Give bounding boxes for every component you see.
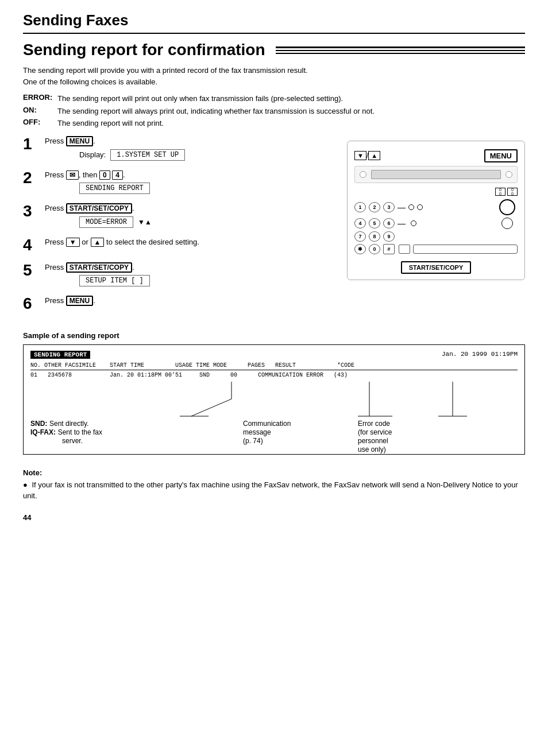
ann-snd: SND: Sent directly. IQ-FAX: Sent to the … <box>30 419 134 453</box>
step-4-number: 4 <box>23 236 45 253</box>
annotation-area: SND: Sent directly. IQ-FAX: Sent to the … <box>30 382 518 445</box>
four-key: 4 <box>112 170 123 180</box>
ann-snd-label: SND: <box>30 420 47 428</box>
step-5: 5 Press START/SET/COPY. SETUP ITEM [ ] <box>23 261 335 286</box>
circle-small-3 <box>411 220 416 226</box>
step-1-display-box: 1.SYSTEM SET UP <box>110 149 185 161</box>
step-3-text: Press START/SET/COPY. <box>45 202 335 215</box>
ann-snd-desc: Sent directly. <box>49 420 88 428</box>
sample-section: Sample of a sending report SENDING REPOR… <box>23 331 525 455</box>
long-button <box>413 245 518 254</box>
special-key-1 <box>399 245 410 254</box>
main-content: 1 Press MENU. Display: 1.SYSTEM SET UP 2… <box>23 135 525 320</box>
start-set-copy-key-5: START/SET/COPY <box>66 262 132 273</box>
step-5-text: Press START/SET/COPY. <box>45 261 335 274</box>
key-dash-1: — <box>398 203 406 212</box>
step-3: 3 Press START/SET/COPY. MODE=ERROR ▼▲ <box>23 202 335 228</box>
option-on-label: ON: <box>23 106 57 117</box>
step-1: 1 Press MENU. Display: 1.SYSTEM SET UP <box>23 135 335 161</box>
down-arrow-key: ▼ <box>66 238 80 247</box>
ann-iqfax-desc2: server. <box>62 437 83 445</box>
report-box: SENDING REPORT Jan. 20 1999 01:19PM NO. … <box>23 344 525 455</box>
va-arrows-3: ▼▲ <box>138 218 152 226</box>
svg-line-1 <box>191 399 231 416</box>
fax-lens <box>360 171 366 178</box>
key-star: ✱ <box>354 244 366 254</box>
up-arrow-key: ▲ <box>91 238 105 247</box>
big-knob <box>499 199 515 215</box>
key-9: 9 <box>383 231 395 242</box>
fax-top-row: ▼/▲ MENU <box>354 149 518 162</box>
fax-keypad: 1 2 3 — 4 5 6 — <box>354 199 518 254</box>
keypad-row-3: 7 8 9 <box>354 231 518 242</box>
report-cols-header: NO. OTHER FACSIMILE START TIME USAGE TIM… <box>30 362 518 370</box>
section-title: Sending report for confirmation <box>23 41 525 59</box>
section-title-decoration <box>276 46 525 54</box>
step-3-display-row: MODE=ERROR ▼▲ <box>79 216 335 228</box>
indicator-1: 00 <box>495 188 505 196</box>
keypad-row-4: ✱ 0 # <box>354 244 518 254</box>
fax-indicators: 00 00 <box>354 188 518 196</box>
key-5: 5 <box>369 218 380 228</box>
annotation-text-row: SND: Sent directly. IQ-FAX: Sent to the … <box>30 419 524 453</box>
report-date: Jan. 20 1999 01:19PM <box>442 351 518 358</box>
ann-error-desc2: personnel <box>358 437 388 445</box>
ann-comm: Communication message (p. 74) <box>243 419 341 453</box>
step-3-number: 3 <box>23 202 45 219</box>
option-on: ON: The sending report will always print… <box>23 106 525 117</box>
fax-screen-area <box>354 166 518 183</box>
ann-comm-page: (p. 74) <box>243 437 263 445</box>
ann-comm-label: Communication <box>243 420 291 428</box>
hash-key: ✉ <box>66 170 79 180</box>
step-3-display-box: MODE=ERROR <box>79 216 133 228</box>
option-off-desc: The sending report will not print. <box>57 118 164 129</box>
ann-comm-msg: message <box>243 428 271 436</box>
step-4-text: Press ▼ or ▲ to select the desired setti… <box>45 236 335 249</box>
intro-line2: One of the following choices is availabl… <box>23 76 525 88</box>
key-hash: # <box>383 244 395 254</box>
note-title: Note: <box>23 468 525 477</box>
key-3: 3 <box>383 202 395 212</box>
bullet-icon: ● <box>23 480 28 489</box>
step-4: 4 Press ▼ or ▲ to select the desired set… <box>23 236 335 253</box>
step-1-content: Press MENU. Display: 1.SYSTEM SET UP <box>45 135 335 161</box>
indicator-2: 00 <box>507 188 518 196</box>
start-set-copy-key-3: START/SET/COPY <box>66 203 132 214</box>
key-7: 7 <box>354 231 366 242</box>
up-arrow-indicator: ▲ <box>368 151 380 160</box>
nav-arrows-label: ▼/▲ <box>354 152 380 160</box>
report-header-row: SENDING REPORT Jan. 20 1999 01:19PM <box>30 351 518 359</box>
step-6-text: Press MENU. <box>45 294 335 307</box>
step-2-display-box: SENDING REPORT <box>79 183 150 194</box>
key-dash-2: — <box>398 219 406 228</box>
step-5-display-box: SETUP ITEM [ ] <box>79 275 150 286</box>
keypad-row-1: 1 2 3 — <box>354 199 518 215</box>
steps-column: 1 Press MENU. Display: 1.SYSTEM SET UP 2… <box>23 135 335 320</box>
start-set-copy-diagram: START/SET/COPY <box>401 261 472 274</box>
option-on-desc: The sending report will always print out… <box>57 106 375 117</box>
fax-screen <box>371 170 501 179</box>
page-number: 44 <box>23 513 525 522</box>
note-bullet-1: If your fax is not transmitted to the ot… <box>23 480 518 501</box>
options-table: ERROR: The sending report will print out… <box>23 93 525 129</box>
fax-speaker <box>505 171 512 178</box>
start-set-copy-area: START/SET/COPY <box>354 258 518 274</box>
step-2-text: Press ✉, then 0 4. <box>45 169 335 181</box>
page-header: Sending Faxes <box>23 11 525 34</box>
key-2: 2 <box>369 202 380 212</box>
option-error-label: ERROR: <box>23 93 57 104</box>
small-knob <box>501 218 513 229</box>
key-4: 4 <box>354 218 366 228</box>
menu-button-diagram: MENU <box>484 149 518 162</box>
step-2-number: 2 <box>23 169 45 186</box>
section-title-text: Sending report for confirmation <box>23 41 265 59</box>
step-2-content: Press ✉, then 0 4. SENDING REPORT <box>45 169 335 194</box>
key-6: 6 <box>383 218 395 228</box>
step-6: 6 Press MENU. <box>23 294 335 312</box>
step-1-display-label: Display: <box>79 150 106 159</box>
page-title: Sending Faxes <box>23 11 525 29</box>
key-8: 8 <box>369 231 380 242</box>
report-data-row: 01 2345678 Jan. 20 01:18PM 00'51 SND 00 … <box>30 372 518 378</box>
ann-iqfax-desc: Sent to the fax <box>58 428 102 436</box>
option-error: ERROR: The sending report will print out… <box>23 93 525 104</box>
